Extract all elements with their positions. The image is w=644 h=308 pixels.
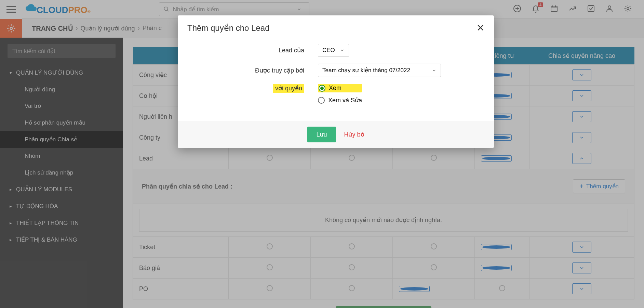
radio-dot-icon (318, 97, 325, 104)
cancel-button[interactable]: Hủy bỏ (344, 131, 364, 138)
radio-dot-icon (319, 85, 325, 92)
label-accessed-by: Được truy cập bởi (191, 67, 318, 74)
radio-option-edit[interactable]: Xem và Sửa (318, 97, 362, 104)
label-with-permission: với quyền (273, 84, 304, 93)
close-icon[interactable]: ✕ (477, 22, 484, 34)
select-accessed-by[interactable]: Team chạy sự kiện tháng 07/2022 (318, 64, 441, 77)
modal-title: Thêm quyền cho Lead (187, 23, 269, 33)
radio-option-view[interactable]: Xem (318, 84, 362, 92)
chevron-down-icon (432, 68, 437, 73)
select-lead-of[interactable]: CEO (318, 44, 349, 57)
chevron-down-icon (340, 48, 345, 53)
label-lead-of: Lead của (191, 47, 318, 54)
add-permission-modal: Thêm quyền cho Lead ✕ Lead của CEO Được … (178, 15, 494, 148)
save-button[interactable]: Lưu (307, 127, 336, 142)
